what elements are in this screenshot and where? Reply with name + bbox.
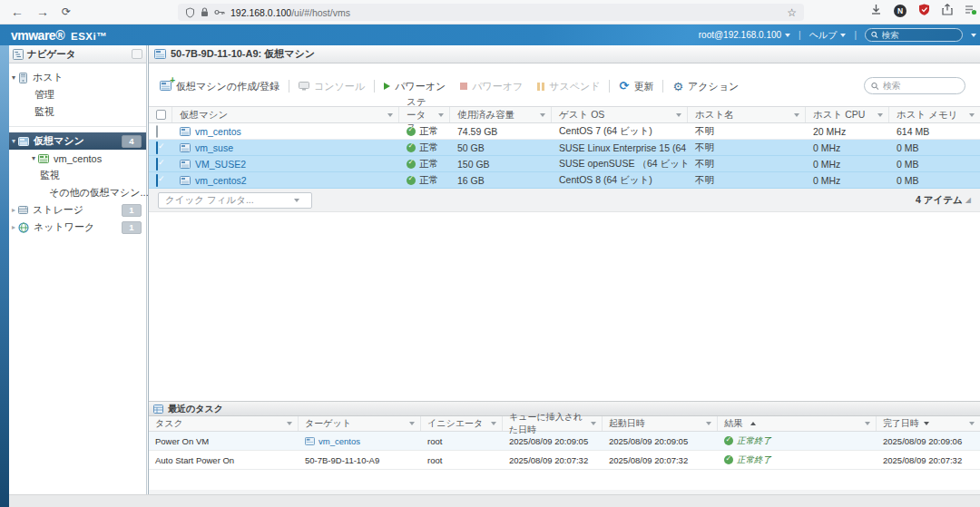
resize-grip-icon[interactable]: ◢ bbox=[965, 196, 971, 204]
select-all-checkbox[interactable] bbox=[156, 110, 166, 120]
adblock-shield-icon[interactable] bbox=[918, 3, 930, 19]
column-menu-icon[interactable] bbox=[969, 422, 975, 425]
console-button[interactable]: コンソール bbox=[299, 80, 365, 93]
column-menu-icon[interactable] bbox=[794, 113, 799, 117]
column-header-capacity[interactable]: 使用済み容量 bbox=[450, 107, 552, 122]
column-header-initiator[interactable]: イニシエータ bbox=[421, 416, 503, 431]
download-icon[interactable] bbox=[870, 3, 882, 19]
browser-toolbar: ← → ⟳ 192.168.0.100/ui/#/host/vms ☆ N bbox=[0, 0, 980, 24]
column-header-host-cpu[interactable]: ホスト CPU bbox=[806, 107, 889, 122]
vm-name-link[interactable]: vm_suse bbox=[195, 142, 233, 153]
lock-icon[interactable] bbox=[201, 7, 209, 17]
expander-icon[interactable]: ▸ bbox=[9, 223, 18, 231]
column-header-completed[interactable]: 完了日時 bbox=[877, 416, 980, 431]
user-menu[interactable]: root@192.168.0.100 bbox=[699, 30, 790, 40]
column-menu-icon[interactable] bbox=[676, 113, 681, 117]
refresh-icon: ⟳ bbox=[619, 81, 629, 92]
global-search-input[interactable] bbox=[882, 30, 956, 40]
global-search-box[interactable] bbox=[865, 28, 963, 42]
column-menu-icon[interactable] bbox=[877, 113, 883, 117]
expander-icon[interactable]: ▸ bbox=[9, 206, 18, 214]
column-menu-icon[interactable] bbox=[706, 422, 711, 425]
suspend-button[interactable]: サスペンド bbox=[537, 80, 600, 93]
vm-table-row[interactable]: vm_suse 正常 50 GB SUSE Linux Enterprise 1… bbox=[149, 140, 980, 156]
power-on-icon bbox=[384, 83, 390, 90]
vm-list-search-input[interactable] bbox=[883, 81, 958, 91]
column-header-result[interactable]: 結果 bbox=[718, 416, 877, 431]
extensions-list-icon[interactable] bbox=[965, 3, 976, 19]
column-menu-icon[interactable] bbox=[409, 422, 415, 425]
actions-button[interactable]: ⚙ アクション bbox=[672, 80, 739, 93]
column-header-guest-os[interactable]: ゲスト OS bbox=[552, 107, 688, 122]
column-menu-icon[interactable] bbox=[969, 113, 975, 117]
quick-filter-dropdown[interactable]: クイック フィルタ... bbox=[158, 192, 312, 209]
forward-icon[interactable]: → bbox=[36, 4, 49, 20]
row-checkbox[interactable] bbox=[156, 158, 158, 171]
column-menu-icon[interactable] bbox=[491, 422, 496, 425]
task-target-link[interactable]: vm_centos bbox=[318, 436, 360, 446]
sidebar-item-host-manage[interactable]: 管理 bbox=[9, 86, 146, 103]
bookmark-star-icon[interactable]: ☆ bbox=[787, 6, 797, 19]
sidebar-item-vm-centos[interactable]: ▾ vm_centos bbox=[9, 150, 146, 167]
sidebar-item-networking[interactable]: ▸ ネットワーク 1 bbox=[9, 219, 146, 236]
tasks-icon bbox=[153, 405, 163, 414]
column-menu-icon[interactable] bbox=[865, 422, 870, 425]
column-menu-icon[interactable] bbox=[540, 113, 545, 117]
column-menu-icon[interactable] bbox=[591, 422, 596, 425]
column-menu-icon[interactable] bbox=[438, 113, 444, 117]
share-icon[interactable] bbox=[942, 3, 953, 19]
navigator-sidebar: ナビゲータ ▾ ホスト 管理 監視 ▾ 仮想マシン 4 ▾ vm_centos bbox=[9, 45, 147, 494]
vm-list-search-box[interactable] bbox=[864, 77, 965, 94]
sidebar-item-more-vms[interactable]: その他の仮想マシン... bbox=[9, 184, 146, 201]
extension-n-icon[interactable]: N bbox=[894, 5, 906, 17]
search-scope-chevron-icon[interactable] bbox=[971, 34, 976, 37]
column-menu-icon[interactable] bbox=[287, 422, 292, 425]
sidebar-item-virtual-machines[interactable]: ▾ 仮想マシン 4 bbox=[9, 132, 146, 150]
sidebar-item-vm-monitor[interactable]: 監視 bbox=[9, 167, 146, 184]
chevron-down-icon bbox=[294, 199, 299, 202]
column-header-status[interactable]: ステータス bbox=[399, 107, 450, 122]
collapse-panel-icon[interactable] bbox=[132, 49, 142, 59]
create-register-vm-button[interactable]: + 仮想マシンの作成/登録 bbox=[160, 80, 279, 93]
row-checkbox[interactable] bbox=[156, 125, 158, 138]
column-menu-icon[interactable] bbox=[387, 113, 393, 117]
refresh-button[interactable]: ⟳ 更新 bbox=[619, 80, 653, 93]
vm-icon bbox=[18, 137, 29, 146]
column-header-started[interactable]: 起動日時 bbox=[603, 416, 718, 431]
vm-name-link[interactable]: VM_SUSE2 bbox=[195, 159, 246, 170]
vm-table-row[interactable]: VM_SUSE2 正常 150 GB SUSE openSUSE （64 ビット… bbox=[149, 156, 980, 172]
row-checkbox[interactable] bbox=[156, 174, 158, 187]
power-on-button[interactable]: パワーオン bbox=[384, 80, 446, 93]
column-header-host-name[interactable]: ホスト名 bbox=[688, 107, 806, 122]
expander-icon[interactable]: ▾ bbox=[29, 154, 38, 162]
column-header-target[interactable]: ターゲット bbox=[299, 416, 421, 431]
sidebar-item-storage[interactable]: ▸ ストレージ 1 bbox=[9, 201, 146, 219]
column-header-vm[interactable]: 仮想マシン bbox=[172, 107, 399, 122]
back-icon[interactable]: ← bbox=[11, 4, 24, 20]
vm-name-link[interactable]: vm_centos bbox=[195, 126, 241, 137]
column-header-queued[interactable]: キューに挿入された日時 bbox=[503, 416, 603, 431]
vm-icon bbox=[154, 49, 166, 59]
row-checkbox[interactable] bbox=[156, 141, 158, 154]
expander-icon[interactable]: ▾ bbox=[9, 137, 18, 145]
column-header-host-memory[interactable]: ホスト メモリ bbox=[889, 107, 980, 122]
expander-icon[interactable]: ▾ bbox=[9, 73, 18, 82]
column-header-task[interactable]: タスク bbox=[149, 416, 299, 431]
key-icon[interactable] bbox=[214, 8, 225, 16]
help-menu[interactable]: ヘルプ bbox=[809, 29, 847, 42]
sidebar-item-host-monitor[interactable]: 監視 bbox=[9, 103, 146, 121]
sidebar-item-host[interactable]: ▾ ホスト bbox=[9, 69, 146, 86]
power-off-button[interactable]: パワーオフ bbox=[460, 80, 523, 93]
vm-table-row[interactable]: vm_centos 正常 74.59 GB CentOS 7 (64 ビット) … bbox=[149, 123, 980, 140]
vmware-esxi-logo: vmware® ESXi™ bbox=[11, 28, 107, 43]
vm-name-link[interactable]: vm_centos2 bbox=[195, 175, 247, 186]
address-bar[interactable]: 192.168.0.100/ui/#/host/vms ☆ bbox=[178, 4, 804, 21]
task-row[interactable]: Auto Start Power On 50-7B-9D-11-10-A9 ro… bbox=[149, 451, 980, 470]
vm-icon bbox=[180, 160, 191, 169]
vm-table-row[interactable]: vm_centos2 正常 16 GB CentOS 8 (64 ビット) 不明… bbox=[149, 172, 980, 189]
shield-permissions-icon[interactable] bbox=[185, 7, 195, 18]
vm-powered-on-icon bbox=[38, 154, 49, 163]
reload-icon[interactable]: ⟳ bbox=[62, 4, 71, 20]
create-vm-icon: + bbox=[160, 81, 172, 93]
navigator-header: ナビゲータ bbox=[9, 45, 146, 63]
